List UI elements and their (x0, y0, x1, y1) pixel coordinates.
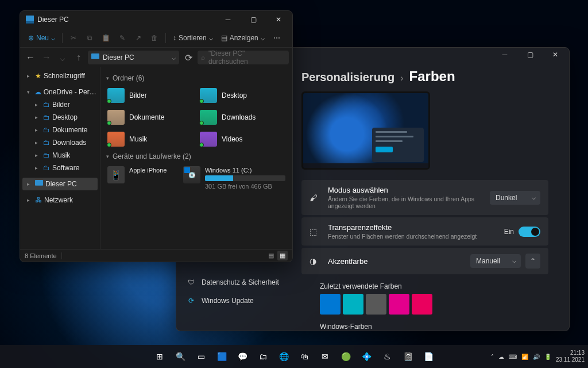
folder-item[interactable]: Videos (199, 129, 287, 149)
taskbar-app-steam[interactable]: ♨ (378, 347, 396, 366)
sidebar-item-update[interactable]: ⟳ Windows Update (181, 292, 288, 310)
minimize-button[interactable]: ─ (215, 11, 241, 28)
taskbar-app-store[interactable]: 🛍 (295, 347, 314, 366)
folder-icon: 🗀 (43, 164, 50, 172)
breadcrumb-back[interactable]: Personalisierung (301, 71, 394, 84)
minimize-button[interactable]: ─ (492, 47, 517, 63)
refresh-button[interactable]: ⟳ (181, 51, 195, 64)
sidebar-item-desktop[interactable]: ▸🗀Desktop (22, 111, 98, 124)
taskbar-app-explorer[interactable]: 🗂 (254, 347, 272, 366)
explorer-sidebar[interactable]: ▸ ★ Schnellzugriff ▾ ☁ OneDrive - Person… (20, 67, 100, 249)
chevron-right-icon: ▸ (35, 102, 41, 108)
close-button[interactable]: ✕ (543, 47, 568, 63)
view-button[interactable]: ▤ Anzeigen ⌵ (218, 30, 268, 45)
sidebar-item-privacy[interactable]: 🛡 Datenschutz & Sicherheit (181, 273, 288, 292)
sidebar-item-musik[interactable]: ▸🗀Musik (22, 149, 98, 162)
chevron-right-icon: ▸ (35, 152, 41, 158)
taskbar-app-search[interactable]: 🔍 (171, 347, 189, 366)
onedrive-icon[interactable]: ☁ (498, 354, 504, 360)
close-button[interactable]: ✕ (266, 11, 291, 28)
device-item[interactable]: 📱Apple iPhone (106, 164, 177, 193)
color-swatch[interactable] (320, 294, 341, 315)
svg-rect-0 (26, 16, 34, 21)
new-button[interactable]: ⊕ Neu ⌵ (25, 30, 59, 45)
sidebar-item-label: Datenschutz & Sicherheit (202, 278, 279, 286)
sidebar-item-onedrive[interactable]: ▾ ☁ OneDrive - Personal (22, 86, 98, 98)
sidebar-item-quickaccess[interactable]: ▸ ★ Schnellzugriff (22, 70, 98, 82)
copy-icon[interactable]: ⧉ (82, 30, 97, 45)
address-bar[interactable]: Dieser PC ⌵ (88, 51, 179, 64)
recent-dropdown-icon[interactable]: ⌵ (56, 51, 69, 64)
taskbar-app-taskview[interactable]: ▭ (192, 347, 210, 366)
taskbar-app-widgets[interactable]: 🟦 (212, 347, 231, 366)
chevron-up-icon[interactable]: ⌃ (525, 254, 540, 269)
color-swatch[interactable] (366, 294, 386, 315)
device-item[interactable]: 💽Windows 11 (C:)301 GB frei von 466 GB (182, 164, 287, 193)
taskbar-app-mail[interactable]: ✉ (316, 347, 334, 366)
folder-item[interactable]: Dokumente (106, 108, 194, 127)
chevron-down-icon[interactable]: ⌵ (172, 53, 176, 62)
transparency-toggle[interactable] (519, 227, 540, 237)
taskbar-app-start[interactable]: ⊞ (150, 347, 169, 366)
rename-icon[interactable]: ✎ (115, 30, 130, 45)
accent-select[interactable]: Manuell (470, 254, 521, 268)
up-button[interactable]: ↑ (72, 51, 86, 64)
accent-setting-row: ◑ Akzentfarbe Manuell ⌃ (301, 248, 548, 274)
explorer-content[interactable]: Ordner (6) BilderDesktopDokumenteDownloa… (100, 67, 292, 249)
color-swatch[interactable] (412, 294, 432, 315)
taskbar-app-slack[interactable]: 💠 (357, 347, 376, 366)
language-indicator[interactable]: ⌨ (509, 354, 517, 360)
taskbar-app-onenote[interactable]: 📓 (399, 347, 417, 366)
sidebar-item-network[interactable]: ▸ 🖧 Netzwerk (22, 194, 98, 206)
cut-icon[interactable]: ✂ (66, 30, 81, 45)
battery-icon[interactable]: 🔋 (544, 354, 551, 360)
settings-content[interactable]: Personalisierung › Farben 🖌 Modus auswäh… (292, 62, 569, 331)
folder-icon: 🗀 (43, 139, 50, 147)
sidebar-item-software[interactable]: ▸🗀Software (22, 162, 98, 174)
sort-button[interactable]: ↕ Sortieren ⌵ (169, 30, 216, 45)
folder-item[interactable]: Bilder (106, 86, 194, 105)
taskbar-app-chat[interactable]: 💬 (233, 347, 252, 366)
status-bar: 8 Elemente ▤ ▦ (20, 249, 292, 262)
color-swatch[interactable] (389, 294, 409, 315)
taskbar-app-spotify[interactable]: 🟢 (336, 347, 355, 366)
sidebar-item-bilder[interactable]: ▸🗀Bilder (22, 98, 98, 111)
taskbar-app-word[interactable]: 📄 (419, 347, 438, 366)
folder-icon: 🗀 (43, 101, 50, 109)
sidebar-item-downloads[interactable]: ▸🗀Downloads (22, 136, 98, 149)
group-header-devices[interactable]: Geräte und Laufwerke (2) (106, 149, 287, 164)
transparency-setting-row: ⬚ Transparenzeffekte Fenster und Flächen… (301, 217, 548, 246)
maximize-button[interactable]: ▢ (517, 47, 543, 63)
sidebar-item-dokumente[interactable]: ▸🗀Dokumente (22, 124, 98, 136)
share-icon[interactable]: ↗ (131, 30, 146, 45)
search-input[interactable]: ⌕ "Dieser PC" durchsuchen (198, 51, 289, 64)
tray-overflow-icon[interactable]: ˄ (491, 354, 494, 360)
system-tray[interactable]: ˄ ☁ ⌨ 📶 🔊 🔋 21:13 23.11.2021 (491, 350, 585, 363)
back-button[interactable]: ← (24, 51, 37, 64)
view-tiles-icon[interactable]: ▦ (277, 251, 288, 260)
paste-icon[interactable]: 📋 (98, 30, 114, 45)
mode-setting-row: 🖌 Modus auswählen Ändern Sie die Farben,… (301, 180, 548, 215)
swatch-group-label: Zuletzt verwendete Farben (320, 282, 548, 290)
folder-icon (107, 88, 125, 103)
folder-item[interactable]: Desktop (199, 86, 287, 105)
taskbar-app-edge[interactable]: 🌐 (274, 347, 293, 366)
mode-select[interactable]: Dunkel (490, 191, 540, 205)
forward-button[interactable]: → (40, 51, 53, 64)
explorer-titlebar[interactable]: Dieser PC ─ ▢ ✕ (20, 11, 292, 28)
folder-icon: 🗀 (43, 151, 50, 159)
volume-icon[interactable]: 🔊 (533, 354, 540, 360)
folder-item[interactable]: Downloads (199, 108, 287, 127)
view-details-icon[interactable]: ▤ (266, 251, 276, 260)
folder-item[interactable]: Musik (106, 129, 194, 149)
wifi-icon[interactable]: 📶 (521, 354, 528, 360)
more-button[interactable]: ⋯ (269, 30, 284, 45)
theme-preview-card (301, 91, 430, 170)
delete-icon[interactable]: 🗑 (147, 30, 162, 45)
maximize-button[interactable]: ▢ (241, 11, 266, 28)
group-header-folders[interactable]: Ordner (6) (106, 71, 287, 86)
folder-icon: 🗀 (43, 113, 50, 121)
sidebar-item-thispc[interactable]: ▸ Dieser PC (22, 178, 98, 190)
color-swatch[interactable] (343, 294, 363, 315)
clock[interactable]: 21:13 23.11.2021 (556, 350, 585, 363)
